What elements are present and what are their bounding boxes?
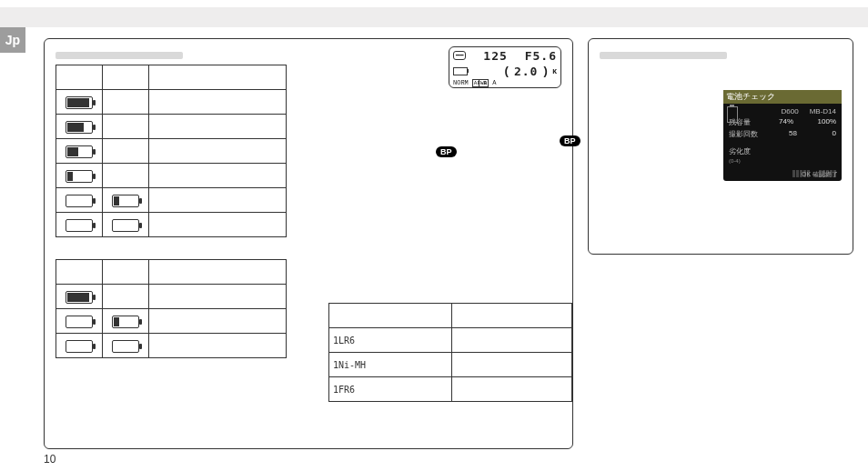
battery-empty-alt-icon bbox=[112, 219, 139, 232]
bp-indicator-icon: BP bbox=[436, 146, 457, 157]
camera-rear-lcd-battery-info: 電池チェック D600 MB-D14 残容量 74% 100% 撮影回数 58 … bbox=[723, 90, 842, 181]
camera-top-lcd: ━━ 125 F5.6 ( 2.0 ) K NORM AF-A WB A bbox=[449, 46, 561, 88]
row-label: 劣化度 (0-4) bbox=[729, 146, 751, 165]
lcd-wb-label: WB bbox=[479, 79, 489, 87]
memory-card-icon: ━━ bbox=[453, 51, 466, 60]
left-content-panel: ━━ 125 F5.6 ( 2.0 ) K NORM AF-A WB A bbox=[44, 38, 573, 449]
battery-full-icon bbox=[66, 291, 93, 304]
page-number: 10 bbox=[44, 453, 56, 466]
table-header-row bbox=[329, 304, 572, 328]
battery-type-label: FR6 bbox=[338, 385, 355, 395]
battery-full-icon bbox=[66, 96, 93, 109]
table-row bbox=[56, 164, 287, 188]
battery-quarter-icon bbox=[66, 170, 93, 183]
row-value-d600: 58 bbox=[770, 129, 797, 139]
table-row: 1FR6 bbox=[329, 377, 572, 402]
lcd-aperture: F5.6 bbox=[525, 49, 557, 63]
screen-row-remaining: 残容量 74% 100% bbox=[729, 117, 836, 127]
lcd-bracket-right: ) bbox=[541, 65, 549, 78]
screen-column-headers: D600 MB-D14 bbox=[729, 107, 836, 115]
top-header-bar bbox=[0, 7, 868, 27]
battery-half-icon bbox=[66, 145, 93, 158]
language-tab-jp: Jp bbox=[0, 27, 25, 53]
battery-vertical-icon bbox=[727, 106, 738, 123]
battery-empty-icon bbox=[66, 219, 93, 232]
battery-low-alt-icon bbox=[112, 316, 139, 328]
screen-title: 電池チェック bbox=[723, 90, 842, 104]
battery-level-table-1 bbox=[56, 65, 287, 237]
lcd-wb-auto: A bbox=[492, 79, 496, 86]
battery-empty-alt-icon bbox=[112, 340, 139, 353]
lcd-quality-norm: NORM bbox=[453, 79, 469, 86]
column-mbd14: MB-D14 bbox=[810, 107, 836, 115]
battery-three-quarter-icon bbox=[66, 121, 93, 134]
table-row bbox=[56, 188, 287, 213]
screen-row-shots: 撮影回数 58 0 bbox=[729, 129, 836, 139]
bp-indicator-icon: BP bbox=[560, 135, 580, 146]
table-header-row bbox=[56, 65, 287, 90]
table-row bbox=[56, 139, 287, 164]
table-row bbox=[56, 90, 287, 115]
row-value-mbd14: 0 bbox=[809, 129, 836, 139]
table-row: 1LR6 bbox=[329, 328, 572, 353]
battery-low-icon bbox=[66, 195, 93, 207]
section-heading-placeholder bbox=[56, 52, 183, 59]
screen-footer-hint: OK 確認終了 bbox=[802, 170, 838, 179]
lcd-frame-count: 2.0 bbox=[514, 65, 538, 78]
lcd-k-indicator: K bbox=[552, 67, 557, 75]
right-content-panel: 電池チェック D600 MB-D14 残容量 74% 100% 撮影回数 58 … bbox=[588, 38, 853, 255]
lcd-battery-icon bbox=[453, 67, 468, 75]
battery-type-table: 1LR6 1Ni-MH 1FR6 bbox=[328, 303, 572, 402]
battery-low-icon bbox=[66, 316, 93, 328]
lcd-shutter-speed: 125 bbox=[483, 49, 507, 63]
battery-empty-icon bbox=[66, 340, 93, 353]
row-label: 撮影回数 bbox=[729, 129, 758, 139]
table-row bbox=[56, 309, 287, 334]
table-row: 1Ni-MH bbox=[329, 353, 572, 377]
battery-low-alt-icon bbox=[112, 195, 139, 207]
table-row bbox=[56, 285, 287, 309]
battery-type-label: Ni-MH bbox=[338, 360, 366, 370]
table-row bbox=[56, 213, 287, 237]
table-row bbox=[56, 334, 287, 358]
row-value-mbd14: 100% bbox=[809, 117, 836, 127]
table-header-row bbox=[56, 260, 287, 285]
table-row bbox=[56, 115, 287, 139]
screen-row-calibration: 劣化度 (0-4) bbox=[729, 146, 836, 165]
battery-level-table-2 bbox=[56, 259, 287, 358]
row-value-d600: 74% bbox=[766, 117, 793, 127]
section-heading-placeholder bbox=[600, 52, 727, 59]
battery-type-label: LR6 bbox=[338, 336, 355, 346]
lcd-bracket-left: ( bbox=[503, 65, 510, 78]
column-d600: D600 bbox=[782, 107, 799, 115]
